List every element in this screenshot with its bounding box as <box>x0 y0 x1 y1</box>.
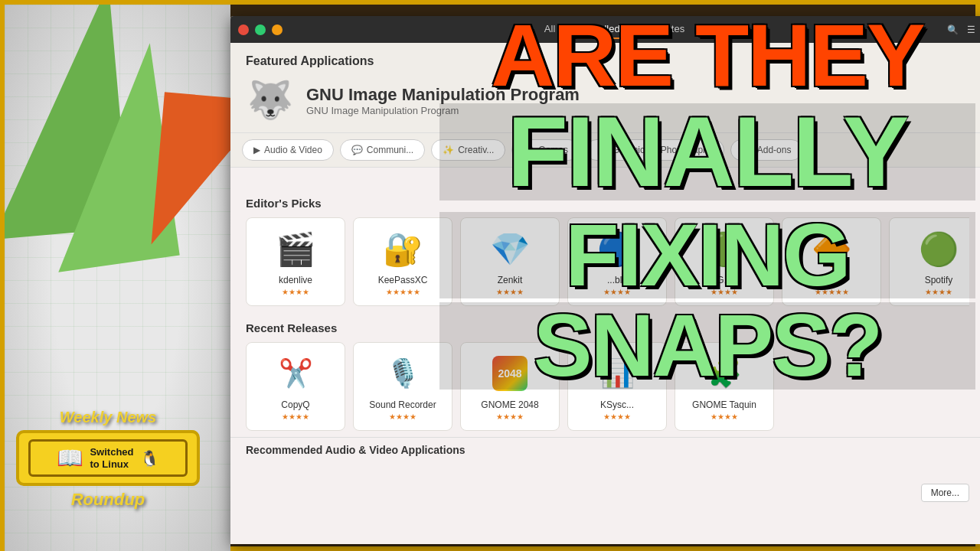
logo-card: 📖 Switched to Linux 🐧 <box>16 430 200 486</box>
featured-section-title: Featured Applications <box>246 54 969 68</box>
app-card-5[interactable]: 🟢 G... ★★★★ <box>675 217 774 306</box>
app-card-ksysc[interactable]: 📊 KSysc... ★★★★ <box>567 342 667 431</box>
addons-icon: ⭐ <box>742 145 753 155</box>
more-button[interactable]: More... <box>921 484 969 502</box>
snap-store-window: All Installed Updates 🔍 ☰ Featured Appli… <box>230 16 980 544</box>
audio-video-label: Audio & Video <box>264 145 322 155</box>
featured-banner: Featured Applications 🐺 GNU Image Manipu… <box>230 43 980 133</box>
ksysc-icon: 📊 <box>596 352 639 395</box>
gimp-icon: 🐺 <box>247 79 293 122</box>
menu-icon[interactable]: ☰ <box>965 24 977 36</box>
spotify-stars: ★★★★ <box>925 288 952 296</box>
tab-installed[interactable]: Installed <box>577 20 626 39</box>
app-card-copyq[interactable]: ✂️ CopyQ ★★★★ <box>246 342 345 431</box>
cat-creative[interactable]: ✨ Creativ... <box>431 139 505 161</box>
tab-updates[interactable]: Updates <box>642 20 691 39</box>
editors-picks-title: Editor's Picks <box>246 197 969 210</box>
titlebar-tabs: All Installed Updates <box>289 20 940 39</box>
copyq-name: CopyQ <box>281 399 309 410</box>
window-controls <box>238 24 283 35</box>
zenkit-name: Zenkit <box>498 275 523 285</box>
recommended-title: Recommended Audio & Video Applications <box>246 444 969 456</box>
logo-card-inner: 📖 Switched to Linux 🐧 <box>28 439 188 477</box>
app5-stars: ★★★★ <box>710 288 738 296</box>
featured-app[interactable]: 🐺 GNU Image Manipulation Program GNU Ima… <box>246 76 969 125</box>
kdenlive-name: kdenlive <box>279 275 312 285</box>
gnome-2048-stars: ★★★★ <box>496 412 524 421</box>
cat-games[interactable]: 🎮 Games <box>511 139 580 161</box>
cat-graphics[interactable]: 📷 Graphics & Photography <box>586 139 724 161</box>
graphics-label: Graphics & Photography <box>612 145 713 155</box>
featured-app-info: GNU Image Manipulation Program GNU Image… <box>306 85 580 116</box>
recent-releases-section: Recent Releases ✂️ CopyQ ★★★★ 🎙️ Sound R… <box>230 312 980 437</box>
sound-recorder-stars: ★★★★ <box>389 412 416 421</box>
orange-arrow <box>152 92 230 253</box>
zenkit-icon: 💎 <box>488 227 531 270</box>
roundup-label: Roundup <box>16 490 200 510</box>
copyq-stars: ★★★★ <box>282 412 309 421</box>
app-card-kdenlive[interactable]: 🎬 kdenlive ★★★★ <box>246 217 345 306</box>
weekly-news-label: Weekly News <box>16 409 200 426</box>
app-card-zenkit[interactable]: 💎 Zenkit ★★★★ <box>460 217 560 306</box>
recent-releases-title: Recent Releases <box>246 321 969 334</box>
app-card-6[interactable]: 🔶 ...C... ★★★★★ <box>782 217 881 306</box>
audio-video-icon: ▶ <box>253 145 260 155</box>
community-icon: 💬 <box>351 145 363 155</box>
featured-app-desc: GNU Image Manipulation Program <box>306 105 580 116</box>
brand-text-block: Switched to Linux <box>90 446 133 470</box>
brand-line2: to Linux <box>90 458 133 471</box>
kdenlive-icon: 🎬 <box>274 227 317 270</box>
cat-audio-video[interactable]: ▶ Audio & Video <box>242 139 334 161</box>
copyq-icon: ✂️ <box>274 352 317 395</box>
brand-line1: Switched <box>90 446 133 458</box>
gnome-taquin-name: GNOME Taquin <box>692 399 756 410</box>
gnome-taquin-icon: 🧩 <box>703 352 746 395</box>
featured-app-icon: 🐺 <box>246 76 295 125</box>
app5-icon: 🟢 <box>703 227 746 270</box>
gnome-2048-name: GNOME 2048 <box>481 399 538 410</box>
keepassxc-stars: ★★★★★ <box>386 288 420 296</box>
close-button[interactable] <box>238 24 249 35</box>
left-panel: Weekly News 📖 Switched to Linux 🐧 Roundu… <box>5 5 230 551</box>
sound-recorder-icon: 🎙️ <box>381 352 424 395</box>
recommended-section: Recommended Audio & Video Applications <box>230 437 980 462</box>
sound-recorder-name: Sound Recorder <box>369 399 436 410</box>
tab-all[interactable]: All <box>538 20 561 39</box>
minimize-button[interactable] <box>272 24 283 35</box>
app-card-sound-recorder[interactable]: 🎙️ Sound Recorder ★★★★ <box>353 342 452 431</box>
graphics-icon: 📷 <box>597 145 609 155</box>
recent-releases-row: ✂️ CopyQ ★★★★ 🎙️ Sound Recorder ★★★★ 204… <box>246 342 969 431</box>
brand-logo-wrapper: Weekly News 📖 Switched to Linux 🐧 Roundu… <box>16 409 200 510</box>
kdenlive-stars: ★★★★ <box>282 288 309 296</box>
cat-addons[interactable]: ⭐ Add-ons <box>730 139 803 161</box>
games-icon: 🎮 <box>523 145 534 155</box>
search-icon[interactable]: 🔍 <box>946 24 959 36</box>
gnome-taquin-stars: ★★★★ <box>710 412 738 421</box>
zenkit-stars: ★★★★ <box>496 288 524 296</box>
titlebar: All Installed Updates 🔍 ☰ <box>230 16 980 43</box>
dropdown-arrow: ▼ <box>603 171 613 184</box>
app6-stars: ★★★★★ <box>815 288 849 296</box>
app-card-keepassxc[interactable]: 🔐 KeePassXC ★★★★★ <box>353 217 452 306</box>
creative-label: Creativ... <box>458 145 494 155</box>
book-icon: 📖 <box>57 445 83 471</box>
main-container: Weekly News 📖 Switched to Linux 🐧 Roundu… <box>0 0 980 551</box>
addons-label: Add-ons <box>757 145 792 155</box>
editors-picks-section: Editor's Picks 🎬 kdenlive ★★★★ 🔐 KeePass… <box>230 187 980 312</box>
maximize-button[interactable] <box>255 24 266 35</box>
app-card-gnome-2048[interactable]: 2048 GNOME 2048 ★★★★ <box>460 342 560 431</box>
featured-app-name: GNU Image Manipulation Program <box>306 85 580 105</box>
app-card-spotify[interactable]: 🟢 Spotify ★★★★ <box>889 217 969 306</box>
app-card-gnome-taquin[interactable]: 🧩 GNOME Taquin ★★★★ <box>675 342 774 431</box>
dropdown-area[interactable]: ▼ <box>230 168 980 187</box>
spotify-icon: 🟢 <box>917 227 960 270</box>
app-card-4[interactable]: 🔵 ...ble ★★★★ <box>567 217 667 306</box>
gnome-2048-icon: 2048 <box>488 352 531 395</box>
cat-community[interactable]: 💬 Communi... <box>340 139 425 161</box>
app4-stars: ★★★★ <box>603 288 631 296</box>
app5-name: G... <box>717 275 731 285</box>
penguin-icon: 🐧 <box>140 449 159 468</box>
app4-name: ...ble <box>607 275 627 285</box>
ksysc-name: KSysc... <box>600 399 634 410</box>
category-tabs: ▶ Audio & Video 💬 Communi... ✨ Creativ..… <box>230 133 980 168</box>
